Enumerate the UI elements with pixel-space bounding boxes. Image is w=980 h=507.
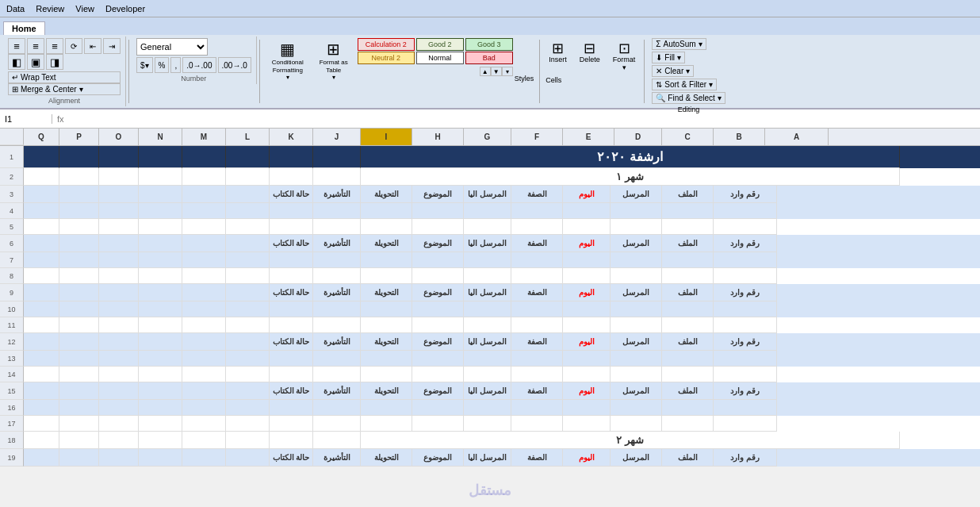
grid-cell[interactable] [361, 400, 412, 416]
grid-cell[interactable]: اليوم [563, 382, 611, 400]
align-center-button[interactable]: ▣ [27, 54, 44, 70]
style-expand-button[interactable]: ▾ [502, 67, 513, 76]
grid-cell[interactable] [361, 252, 412, 268]
indent-decrease-button[interactable]: ⇤ [84, 38, 101, 54]
grid-cell[interactable] [270, 432, 313, 449]
grid-cell[interactable] [563, 219, 611, 235]
grid-cell[interactable] [182, 284, 226, 302]
grid-cell[interactable] [611, 367, 662, 382]
grid-cell[interactable] [226, 317, 270, 333]
grid-cell[interactable] [99, 367, 139, 382]
grid-cell[interactable] [99, 168, 139, 186]
grid-cell[interactable] [714, 302, 777, 317]
grid-cell[interactable] [226, 235, 270, 252]
grid-cell[interactable]: اليوم [563, 235, 611, 252]
grid-cell[interactable] [182, 268, 226, 284]
grid-cell[interactable] [511, 268, 563, 284]
grid-cell[interactable]: اليوم [563, 284, 611, 302]
sort-filter-button[interactable]: ⇅ Sort & Filter ▾ [652, 79, 717, 90]
delete-button[interactable]: ⊟ Delete [576, 40, 603, 73]
grid-cell[interactable] [24, 219, 59, 235]
grid-cell[interactable]: التأشيرة [313, 449, 361, 467]
grid-cell[interactable] [563, 252, 611, 268]
grid-cell[interactable] [59, 302, 99, 317]
merge-dropdown-icon[interactable]: ▾ [79, 85, 83, 94]
grid-cell[interactable] [182, 333, 226, 351]
grid-cell[interactable] [24, 400, 59, 416]
section-month1-cell[interactable]: شهر ١ [361, 168, 900, 186]
grid-cell[interactable] [662, 252, 714, 268]
grid-cell[interactable] [139, 317, 182, 333]
grid-cell[interactable] [270, 268, 313, 284]
grid-cell[interactable]: التأشيرة [313, 235, 361, 252]
percent-button[interactable]: % [155, 57, 170, 73]
grid-cell[interactable]: المرسل اليا [464, 186, 511, 203]
grid-cell[interactable] [662, 367, 714, 382]
grid-cell[interactable] [99, 252, 139, 268]
tab-home[interactable]: Home [3, 21, 45, 35]
grid-cell[interactable] [511, 317, 563, 333]
grid-cell[interactable] [139, 219, 182, 235]
grid-cell[interactable] [563, 302, 611, 317]
grid-cell[interactable]: الصفة [511, 284, 563, 302]
format-table-dropdown[interactable]: ▾ [332, 74, 335, 81]
grid-cell[interactable] [139, 333, 182, 351]
grid-cell[interactable] [464, 268, 511, 284]
grid-cell[interactable] [226, 168, 270, 186]
grid-cell[interactable] [464, 302, 511, 317]
grid-cell[interactable] [24, 432, 59, 449]
grid-cell[interactable] [611, 203, 662, 219]
grid-cell[interactable] [24, 449, 59, 467]
grid-cell[interactable] [412, 400, 464, 416]
indent-increase-button[interactable]: ⇥ [103, 38, 121, 54]
grid-cell[interactable] [182, 432, 226, 449]
grid-cell[interactable] [59, 317, 99, 333]
grid-cell[interactable] [361, 351, 412, 367]
grid-cell[interactable] [99, 400, 139, 416]
grid-cell[interactable] [270, 219, 313, 235]
grid-cell[interactable] [226, 203, 270, 219]
grid-cell[interactable] [270, 146, 313, 168]
grid-cell[interactable]: رقم وارد [714, 449, 777, 467]
section-month2-cell[interactable]: شهر ٢ [361, 432, 900, 449]
grid-cell[interactable] [611, 302, 662, 317]
grid-cell[interactable]: الملف [662, 449, 714, 467]
grid-cell[interactable]: المرسل [611, 235, 662, 252]
grid-cell[interactable] [139, 284, 182, 302]
grid-cell[interactable] [182, 416, 226, 432]
wrap-text-button[interactable]: ↵ Wrap Text [8, 71, 121, 83]
grid-cell[interactable] [59, 203, 99, 219]
style-scroll-up-button[interactable]: ▲ [480, 67, 491, 76]
grid-cell[interactable] [412, 268, 464, 284]
grid-cell[interactable] [714, 203, 777, 219]
grid-cell[interactable] [59, 186, 99, 203]
grid-cell[interactable] [226, 302, 270, 317]
grid-cell[interactable]: الملف [662, 284, 714, 302]
grid-cell[interactable] [563, 351, 611, 367]
grid-cell[interactable]: الصفة [511, 235, 563, 252]
grid-cell[interactable]: المرسل [611, 382, 662, 400]
grid-cell[interactable]: التحويلة [361, 235, 412, 252]
col-p[interactable]: P [59, 129, 99, 145]
grid-cell[interactable] [313, 252, 361, 268]
col-a[interactable]: A [765, 129, 829, 145]
grid-cell[interactable] [464, 367, 511, 382]
grid-cell[interactable] [313, 146, 361, 168]
grid-cell[interactable]: رقم وارد [714, 284, 777, 302]
grid-cell[interactable]: حالة الكتاب [270, 449, 313, 467]
grid-cell[interactable] [139, 351, 182, 367]
col-e[interactable]: E [563, 129, 614, 145]
style-normal-cell[interactable]: Normal [416, 52, 464, 64]
grid-cell[interactable] [59, 235, 99, 252]
style-good2-cell[interactable]: Good 2 [416, 38, 464, 51]
grid-cell[interactable] [714, 252, 777, 268]
style-bad-cell[interactable]: Bad [465, 52, 513, 64]
clear-dropdown[interactable]: ▾ [686, 67, 690, 75]
grid-cell[interactable] [662, 219, 714, 235]
grid-cell[interactable] [662, 317, 714, 333]
grid-cell[interactable]: الموضوع [412, 186, 464, 203]
grid-cell[interactable] [226, 351, 270, 367]
grid-cell[interactable] [139, 416, 182, 432]
grid-cell[interactable] [662, 302, 714, 317]
grid-cell[interactable]: المرسل [611, 449, 662, 467]
